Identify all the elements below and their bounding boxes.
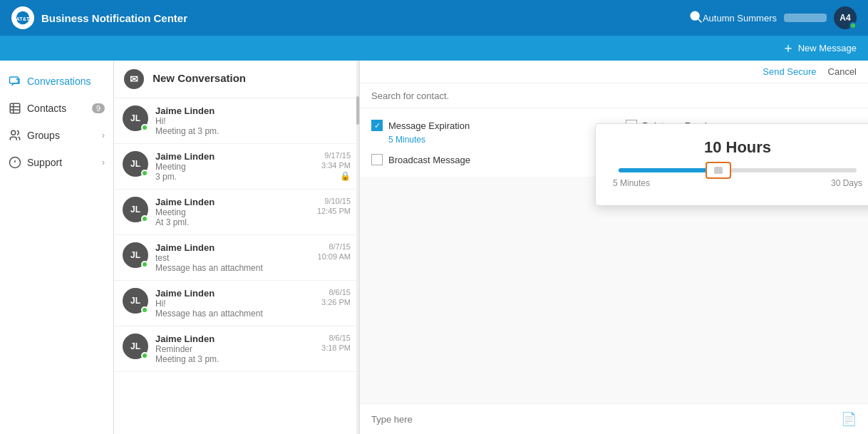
sidebar-label-contacts: Contacts bbox=[27, 103, 92, 114]
chat-icon bbox=[9, 75, 21, 88]
attach-icon[interactable]: 📄 bbox=[841, 411, 857, 427]
top-nav: AT&T Business Notification Center Autumn… bbox=[0, 0, 868, 36]
user-area: Autumn Summers A4 bbox=[703, 6, 857, 29]
svg-point-2 bbox=[691, 11, 699, 20]
right-top-bar: Send Secure Cancel bbox=[360, 61, 868, 83]
slider-min-label: 5 Minutes bbox=[613, 178, 650, 188]
contacts-icon bbox=[9, 102, 21, 115]
online-indicator bbox=[849, 22, 857, 29]
avatar: JL bbox=[123, 288, 148, 314]
main-layout: Conversations Contacts 9 Groups › bbox=[0, 61, 868, 434]
option-row: Message Expiration bbox=[371, 120, 603, 131]
list-item[interactable]: JL Jaime Linden Reminder Meeting at 3 pm… bbox=[114, 326, 359, 372]
slider-popup: 10 Hours 5 Minutes 30 Days bbox=[595, 123, 868, 206]
list-item[interactable]: JL Jaime Linden Meeting 3 pm. 9/17/15 3:… bbox=[114, 144, 359, 190]
username-blur bbox=[784, 14, 827, 22]
avatar: JL bbox=[123, 105, 148, 131]
username: Autumn Summers bbox=[703, 13, 777, 24]
online-indicator bbox=[141, 352, 148, 359]
new-message-button[interactable]: New Message bbox=[782, 43, 857, 54]
sidebar-label-conversations: Conversations bbox=[27, 76, 105, 87]
groups-arrow: › bbox=[102, 130, 105, 140]
groups-icon bbox=[9, 129, 21, 142]
slider-max-label: 30 Days bbox=[831, 178, 862, 188]
cancel-button[interactable]: Cancel bbox=[828, 66, 857, 77]
lock-icon: 🔒 bbox=[340, 171, 351, 181]
avatar: JL bbox=[123, 242, 148, 268]
sidebar-item-support[interactable]: Support › bbox=[0, 149, 113, 176]
new-conversation-icon: ✉ bbox=[124, 69, 144, 89]
scroll-thumb bbox=[356, 96, 359, 125]
conv-meta: 8/6/15 3:18 PM bbox=[321, 334, 351, 352]
sidebar-label-support: Support bbox=[27, 157, 102, 168]
message-expiration-value: 5 Minutes bbox=[388, 135, 425, 145]
conv-info: Jaime Linden Reminder Meeting at 3 pm. bbox=[155, 334, 314, 364]
message-input-bar: 📄 bbox=[360, 403, 868, 434]
list-item[interactable]: JL Jaime Linden Meeting At 3 pml. 9/10/1… bbox=[114, 190, 359, 235]
support-arrow: › bbox=[102, 157, 105, 167]
new-conversation-header[interactable]: ✉ New Conversation bbox=[114, 61, 359, 98]
avatar: JL bbox=[123, 151, 148, 177]
message-expiration-label: Message Expiration bbox=[388, 120, 470, 131]
conv-info: Jaime Linden Hi! Meeting at 3 pm. bbox=[155, 105, 343, 136]
scroll-indicator[interactable] bbox=[356, 61, 359, 434]
online-indicator bbox=[141, 215, 148, 222]
sidebar-label-groups: Groups bbox=[27, 130, 102, 141]
contacts-badge: 9 bbox=[92, 103, 105, 113]
slider-thumb-inner bbox=[714, 167, 723, 174]
avatar: JL bbox=[123, 197, 148, 222]
broadcast-message-checkbox[interactable] bbox=[371, 154, 383, 165]
option-broadcast-message: Broadcast Message bbox=[371, 154, 603, 165]
option-message-expiration: Message Expiration 5 Minutes bbox=[371, 120, 603, 145]
avatar[interactable]: A4 bbox=[834, 6, 857, 29]
slider-track[interactable] bbox=[619, 168, 857, 172]
online-indicator bbox=[141, 306, 148, 314]
sidebar-item-contacts[interactable]: Contacts 9 bbox=[0, 95, 113, 122]
conv-info: Jaime Linden Meeting 3 pm. bbox=[155, 151, 314, 182]
sidebar: Conversations Contacts 9 Groups › bbox=[0, 61, 114, 434]
conv-info: Jaime Linden test Message has an attachm… bbox=[155, 242, 311, 273]
list-item[interactable]: JL Jaime Linden Hi! Meeting at 3 pm. bbox=[114, 98, 359, 144]
list-item[interactable]: JL Jaime Linden test Message has an atta… bbox=[114, 235, 359, 281]
search-icon[interactable] bbox=[688, 9, 703, 26]
conv-info: Jaime Linden Hi! Message has an attachme… bbox=[155, 288, 314, 319]
support-icon bbox=[9, 156, 21, 169]
slider-labels: 5 Minutes 30 Days bbox=[613, 178, 862, 188]
sidebar-item-groups[interactable]: Groups › bbox=[0, 122, 113, 149]
search-contact-input[interactable] bbox=[371, 91, 857, 101]
svg-rect-6 bbox=[10, 77, 19, 83]
list-item[interactable]: JL Jaime Linden Hi! Message has an attac… bbox=[114, 281, 359, 326]
slider-thumb[interactable] bbox=[706, 162, 731, 179]
option-row: Broadcast Message bbox=[371, 154, 603, 165]
slider-value: 10 Hours bbox=[613, 138, 862, 157]
conversation-panel: ✉ New Conversation JL Jaime Linden Hi! M… bbox=[114, 61, 360, 434]
app-title: Business Notification Center bbox=[41, 12, 688, 24]
search-contact-bar bbox=[360, 83, 868, 108]
right-panel: Send Secure Cancel Message Expiration 5 … bbox=[360, 61, 868, 434]
send-secure-button[interactable]: Send Secure bbox=[763, 66, 816, 77]
new-message-bar: New Message bbox=[0, 36, 868, 61]
svg-point-11 bbox=[11, 130, 16, 135]
online-indicator bbox=[141, 170, 148, 177]
conv-info: Jaime Linden Meeting At 3 pml. bbox=[155, 197, 310, 227]
conv-meta: 8/6/15 3:26 PM bbox=[321, 288, 351, 306]
online-indicator bbox=[141, 261, 148, 268]
message-input[interactable] bbox=[371, 414, 841, 425]
conv-meta: 9/17/15 3:34 PM 🔒 bbox=[321, 151, 351, 181]
sidebar-item-conversations[interactable]: Conversations bbox=[0, 68, 113, 95]
conv-meta: 9/10/15 12:45 PM bbox=[317, 197, 351, 215]
online-indicator bbox=[141, 124, 148, 131]
conv-meta: 8/7/15 10:09 AM bbox=[318, 242, 351, 261]
avatar: JL bbox=[123, 334, 148, 359]
slider-fill bbox=[619, 168, 718, 172]
svg-text:AT&T: AT&T bbox=[16, 16, 31, 22]
message-expiration-checkbox[interactable] bbox=[371, 120, 383, 131]
svg-line-3 bbox=[698, 19, 702, 23]
conversation-list: JL Jaime Linden Hi! Meeting at 3 pm. JL bbox=[114, 98, 359, 434]
svg-rect-7 bbox=[10, 103, 20, 113]
broadcast-message-label: Broadcast Message bbox=[388, 155, 470, 165]
app-logo: AT&T bbox=[11, 6, 34, 29]
